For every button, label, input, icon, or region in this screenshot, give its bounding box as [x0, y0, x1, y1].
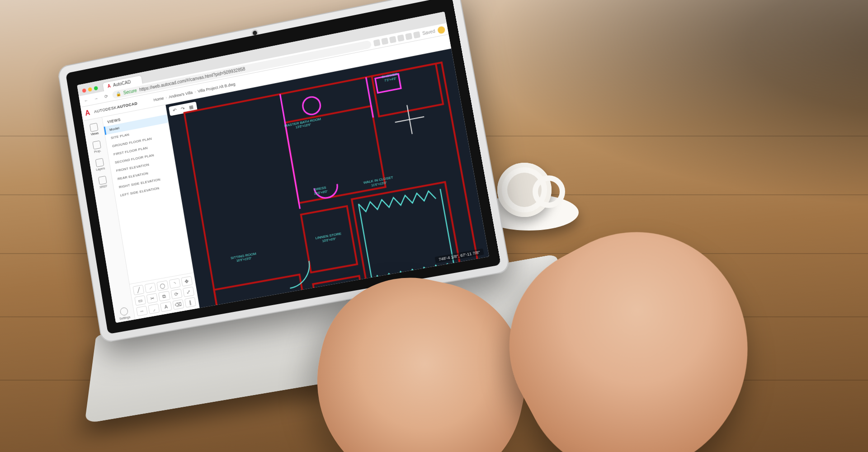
layers-icon	[95, 158, 104, 167]
rail-label: Settings	[119, 315, 131, 320]
text-icon[interactable]: A	[160, 301, 172, 312]
user-avatar[interactable]	[437, 26, 446, 34]
scale-icon[interactable]: ⤢	[183, 287, 194, 297]
screen-viewport: A AutoCAD ← → ⟳ 🔒 Secure https://web.aut…	[77, 12, 489, 323]
rail-label: XREF	[99, 184, 108, 189]
minimize-window-icon[interactable]	[88, 87, 92, 92]
lock-icon: 🔒	[115, 91, 121, 97]
close-window-icon[interactable]	[82, 88, 86, 93]
nav-back-button[interactable]: ←	[82, 96, 90, 105]
fillet-icon[interactable]: ◞	[148, 304, 160, 314]
rectangle-icon[interactable]: ▭	[134, 295, 146, 306]
saved-status-label: Saved	[422, 28, 435, 36]
breadcrumb-project[interactable]: Andrew's Villa	[168, 90, 193, 99]
svg-line-7	[280, 94, 300, 209]
nav-forward-button[interactable]: →	[92, 94, 101, 103]
rail-label: Views	[90, 132, 99, 136]
rotate-icon[interactable]: ⟳	[170, 289, 182, 300]
properties-icon	[92, 141, 101, 150]
breadcrumb-file[interactable]: Villa Project Alt B.dwg	[198, 81, 236, 93]
xref-icon	[98, 176, 107, 185]
gear-icon	[119, 307, 128, 316]
arc-icon[interactable]: ◝	[169, 278, 180, 289]
dim-icon[interactable]: ↔	[136, 306, 148, 316]
rail-label: Layers	[96, 167, 105, 171]
browser-tab-title: AutoCAD	[113, 80, 131, 88]
svg-line-8	[366, 77, 373, 118]
mirror-icon[interactable]: ⧉	[158, 291, 170, 301]
trim-icon[interactable]: ✂	[146, 293, 158, 303]
svg-point-9	[302, 95, 322, 116]
line-icon[interactable]: ╱	[132, 285, 144, 295]
polyline-icon[interactable]: ⟋	[145, 282, 156, 293]
extension-icon[interactable]	[397, 34, 404, 42]
extension-icon[interactable]	[405, 33, 412, 40]
rail-item-layers[interactable]: Layers	[89, 155, 110, 174]
rail-item-settings[interactable]: Settings	[113, 304, 135, 323]
rail-item-xref[interactable]: XREF	[92, 173, 113, 192]
rail-item-views[interactable]: Views	[83, 120, 104, 138]
security-label: Secure	[123, 88, 137, 95]
move-icon[interactable]: ✥	[181, 276, 193, 287]
breadcrumb-home[interactable]: Home	[153, 96, 164, 102]
extension-icon[interactable]	[389, 36, 396, 43]
extension-icon[interactable]	[413, 31, 420, 38]
autodesk-logo-icon: A	[85, 108, 91, 117]
fullscreen-window-icon[interactable]	[94, 86, 98, 90]
rail-item-properties[interactable]: Prop.	[86, 137, 108, 156]
circle-icon[interactable]: ◯	[157, 280, 169, 291]
svg-rect-3	[352, 182, 462, 292]
rail-label: Prop.	[94, 149, 102, 154]
views-icon	[89, 123, 98, 132]
nav-reload-button[interactable]: ⟳	[102, 92, 111, 101]
autocad-favicon-icon: A	[107, 84, 111, 89]
extension-icon[interactable]	[373, 39, 380, 46]
offset-icon[interactable]: ∥	[184, 297, 196, 308]
erase-icon[interactable]: ⌫	[172, 299, 184, 310]
extension-icon[interactable]	[381, 38, 388, 45]
